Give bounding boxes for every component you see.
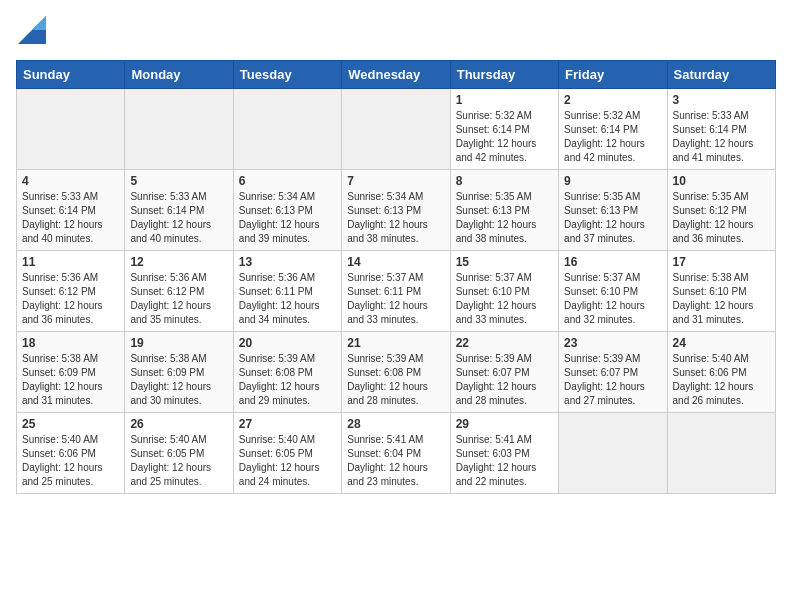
calendar-cell: 24Sunrise: 5:40 AM Sunset: 6:06 PM Dayli… [667, 332, 775, 413]
day-number: 4 [22, 174, 119, 188]
day-info: Sunrise: 5:35 AM Sunset: 6:13 PM Dayligh… [564, 190, 661, 246]
calendar-cell: 13Sunrise: 5:36 AM Sunset: 6:11 PM Dayli… [233, 251, 341, 332]
day-info: Sunrise: 5:36 AM Sunset: 6:12 PM Dayligh… [22, 271, 119, 327]
day-header-monday: Monday [125, 61, 233, 89]
calendar-cell: 29Sunrise: 5:41 AM Sunset: 6:03 PM Dayli… [450, 413, 558, 494]
calendar-cell: 5Sunrise: 5:33 AM Sunset: 6:14 PM Daylig… [125, 170, 233, 251]
day-number: 17 [673, 255, 770, 269]
day-header-friday: Friday [559, 61, 667, 89]
day-number: 21 [347, 336, 444, 350]
calendar-cell: 19Sunrise: 5:38 AM Sunset: 6:09 PM Dayli… [125, 332, 233, 413]
calendar-week-row: 4Sunrise: 5:33 AM Sunset: 6:14 PM Daylig… [17, 170, 776, 251]
day-info: Sunrise: 5:33 AM Sunset: 6:14 PM Dayligh… [673, 109, 770, 165]
day-info: Sunrise: 5:34 AM Sunset: 6:13 PM Dayligh… [347, 190, 444, 246]
calendar-cell: 15Sunrise: 5:37 AM Sunset: 6:10 PM Dayli… [450, 251, 558, 332]
day-info: Sunrise: 5:35 AM Sunset: 6:12 PM Dayligh… [673, 190, 770, 246]
calendar-cell [17, 89, 125, 170]
calendar-cell: 20Sunrise: 5:39 AM Sunset: 6:08 PM Dayli… [233, 332, 341, 413]
calendar-week-row: 1Sunrise: 5:32 AM Sunset: 6:14 PM Daylig… [17, 89, 776, 170]
calendar-cell [233, 89, 341, 170]
day-number: 15 [456, 255, 553, 269]
day-header-tuesday: Tuesday [233, 61, 341, 89]
day-header-wednesday: Wednesday [342, 61, 450, 89]
day-number: 16 [564, 255, 661, 269]
day-number: 3 [673, 93, 770, 107]
calendar-cell: 8Sunrise: 5:35 AM Sunset: 6:13 PM Daylig… [450, 170, 558, 251]
svg-marker-1 [32, 16, 46, 30]
calendar-cell [342, 89, 450, 170]
day-info: Sunrise: 5:32 AM Sunset: 6:14 PM Dayligh… [456, 109, 553, 165]
calendar-cell: 6Sunrise: 5:34 AM Sunset: 6:13 PM Daylig… [233, 170, 341, 251]
calendar-cell: 11Sunrise: 5:36 AM Sunset: 6:12 PM Dayli… [17, 251, 125, 332]
day-info: Sunrise: 5:40 AM Sunset: 6:06 PM Dayligh… [673, 352, 770, 408]
day-header-saturday: Saturday [667, 61, 775, 89]
day-number: 6 [239, 174, 336, 188]
day-number: 11 [22, 255, 119, 269]
day-info: Sunrise: 5:39 AM Sunset: 6:07 PM Dayligh… [564, 352, 661, 408]
calendar-week-row: 11Sunrise: 5:36 AM Sunset: 6:12 PM Dayli… [17, 251, 776, 332]
calendar-cell: 26Sunrise: 5:40 AM Sunset: 6:05 PM Dayli… [125, 413, 233, 494]
day-number: 12 [130, 255, 227, 269]
day-info: Sunrise: 5:33 AM Sunset: 6:14 PM Dayligh… [22, 190, 119, 246]
calendar-cell: 21Sunrise: 5:39 AM Sunset: 6:08 PM Dayli… [342, 332, 450, 413]
day-info: Sunrise: 5:35 AM Sunset: 6:13 PM Dayligh… [456, 190, 553, 246]
calendar-table: SundayMondayTuesdayWednesdayThursdayFrid… [16, 60, 776, 494]
day-number: 8 [456, 174, 553, 188]
day-number: 29 [456, 417, 553, 431]
calendar-cell: 23Sunrise: 5:39 AM Sunset: 6:07 PM Dayli… [559, 332, 667, 413]
calendar-week-row: 25Sunrise: 5:40 AM Sunset: 6:06 PM Dayli… [17, 413, 776, 494]
day-number: 14 [347, 255, 444, 269]
page-header [16, 16, 776, 50]
logo [16, 16, 46, 50]
day-info: Sunrise: 5:36 AM Sunset: 6:11 PM Dayligh… [239, 271, 336, 327]
day-info: Sunrise: 5:37 AM Sunset: 6:10 PM Dayligh… [456, 271, 553, 327]
day-header-thursday: Thursday [450, 61, 558, 89]
calendar-cell: 14Sunrise: 5:37 AM Sunset: 6:11 PM Dayli… [342, 251, 450, 332]
day-info: Sunrise: 5:40 AM Sunset: 6:05 PM Dayligh… [130, 433, 227, 489]
logo-icon [18, 16, 46, 44]
day-info: Sunrise: 5:37 AM Sunset: 6:10 PM Dayligh… [564, 271, 661, 327]
day-info: Sunrise: 5:40 AM Sunset: 6:06 PM Dayligh… [22, 433, 119, 489]
calendar-cell: 18Sunrise: 5:38 AM Sunset: 6:09 PM Dayli… [17, 332, 125, 413]
calendar-cell: 1Sunrise: 5:32 AM Sunset: 6:14 PM Daylig… [450, 89, 558, 170]
day-number: 7 [347, 174, 444, 188]
day-info: Sunrise: 5:41 AM Sunset: 6:04 PM Dayligh… [347, 433, 444, 489]
calendar-cell: 25Sunrise: 5:40 AM Sunset: 6:06 PM Dayli… [17, 413, 125, 494]
day-header-sunday: Sunday [17, 61, 125, 89]
day-info: Sunrise: 5:39 AM Sunset: 6:08 PM Dayligh… [239, 352, 336, 408]
calendar-cell [559, 413, 667, 494]
calendar-cell: 4Sunrise: 5:33 AM Sunset: 6:14 PM Daylig… [17, 170, 125, 251]
calendar-cell: 27Sunrise: 5:40 AM Sunset: 6:05 PM Dayli… [233, 413, 341, 494]
calendar-header-row: SundayMondayTuesdayWednesdayThursdayFrid… [17, 61, 776, 89]
day-number: 24 [673, 336, 770, 350]
day-number: 28 [347, 417, 444, 431]
calendar-cell: 10Sunrise: 5:35 AM Sunset: 6:12 PM Dayli… [667, 170, 775, 251]
day-info: Sunrise: 5:39 AM Sunset: 6:08 PM Dayligh… [347, 352, 444, 408]
calendar-cell: 22Sunrise: 5:39 AM Sunset: 6:07 PM Dayli… [450, 332, 558, 413]
day-number: 18 [22, 336, 119, 350]
calendar-cell: 12Sunrise: 5:36 AM Sunset: 6:12 PM Dayli… [125, 251, 233, 332]
calendar-cell [125, 89, 233, 170]
calendar-week-row: 18Sunrise: 5:38 AM Sunset: 6:09 PM Dayli… [17, 332, 776, 413]
day-info: Sunrise: 5:36 AM Sunset: 6:12 PM Dayligh… [130, 271, 227, 327]
calendar-cell: 7Sunrise: 5:34 AM Sunset: 6:13 PM Daylig… [342, 170, 450, 251]
day-info: Sunrise: 5:38 AM Sunset: 6:09 PM Dayligh… [130, 352, 227, 408]
day-number: 5 [130, 174, 227, 188]
day-info: Sunrise: 5:37 AM Sunset: 6:11 PM Dayligh… [347, 271, 444, 327]
day-number: 9 [564, 174, 661, 188]
day-info: Sunrise: 5:41 AM Sunset: 6:03 PM Dayligh… [456, 433, 553, 489]
day-info: Sunrise: 5:38 AM Sunset: 6:09 PM Dayligh… [22, 352, 119, 408]
day-number: 20 [239, 336, 336, 350]
calendar-cell: 3Sunrise: 5:33 AM Sunset: 6:14 PM Daylig… [667, 89, 775, 170]
day-info: Sunrise: 5:32 AM Sunset: 6:14 PM Dayligh… [564, 109, 661, 165]
calendar-cell: 28Sunrise: 5:41 AM Sunset: 6:04 PM Dayli… [342, 413, 450, 494]
calendar-cell: 9Sunrise: 5:35 AM Sunset: 6:13 PM Daylig… [559, 170, 667, 251]
calendar-cell: 2Sunrise: 5:32 AM Sunset: 6:14 PM Daylig… [559, 89, 667, 170]
day-info: Sunrise: 5:40 AM Sunset: 6:05 PM Dayligh… [239, 433, 336, 489]
calendar-cell: 17Sunrise: 5:38 AM Sunset: 6:10 PM Dayli… [667, 251, 775, 332]
day-info: Sunrise: 5:38 AM Sunset: 6:10 PM Dayligh… [673, 271, 770, 327]
day-number: 23 [564, 336, 661, 350]
day-number: 26 [130, 417, 227, 431]
day-number: 13 [239, 255, 336, 269]
day-info: Sunrise: 5:33 AM Sunset: 6:14 PM Dayligh… [130, 190, 227, 246]
